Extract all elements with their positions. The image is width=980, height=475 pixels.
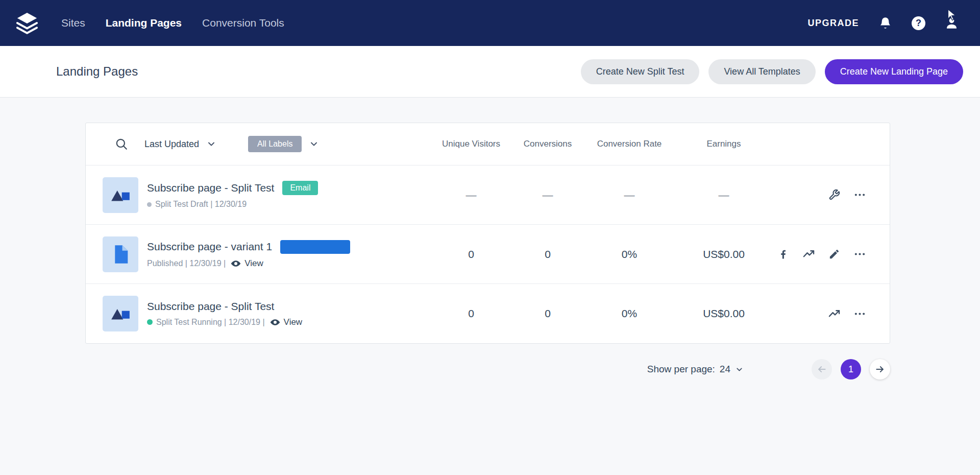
per-page-value: 24 (720, 364, 730, 375)
table-row: Subscribe page - Split Test Email Split … (86, 165, 890, 225)
table-filters: Last Updated All Labels (86, 136, 433, 152)
ellipsis-menu-icon[interactable] (854, 308, 866, 320)
page-thumbnail[interactable] (103, 236, 138, 272)
view-link[interactable]: View (231, 258, 263, 269)
nav-item-landing-pages[interactable]: Landing Pages (106, 17, 182, 29)
ellipsis-menu-icon[interactable] (854, 189, 866, 201)
nav-item-conversion-tools[interactable]: Conversion Tools (202, 17, 284, 29)
stat-conversion-rate: 0% (586, 248, 673, 260)
page-thumbnail[interactable] (103, 296, 138, 331)
row-meta: Published | 12/30/19 | View (147, 258, 350, 269)
status-text: Split Test Running | 12/30/19 | (156, 318, 265, 327)
stat-conversion-rate: — (586, 189, 673, 201)
row-main-cell: Subscribe page - Split Test Email Split … (86, 177, 433, 213)
notifications-bell-icon[interactable] (878, 16, 892, 30)
column-header-conversions: Conversions (509, 139, 586, 149)
eye-icon (231, 258, 241, 269)
split-test-thumbnail-icon (108, 182, 133, 208)
eye-icon (270, 317, 280, 327)
view-label: View (284, 317, 303, 327)
table-row: Subscribe page - variant 1 Published | 1… (86, 225, 890, 284)
wrench-icon[interactable] (828, 189, 840, 201)
row-meta: Split Test Draft | 12/30/19 (147, 200, 318, 209)
chevron-down-icon (309, 139, 319, 149)
table-footer: Show per page: 24 1 (85, 359, 890, 379)
row-main-cell: Subscribe page - variant 1 Published | 1… (86, 236, 433, 272)
edit-pencil-icon[interactable] (828, 248, 840, 260)
facebook-icon[interactable] (777, 248, 789, 260)
stat-unique-visitors: 0 (433, 248, 509, 260)
stat-conversions: 0 (509, 307, 586, 320)
top-navbar: Sites Landing Pages Conversion Tools UPG… (0, 0, 980, 46)
nav-item-sites[interactable]: Sites (61, 17, 85, 29)
row-main-cell: Subscribe page - Split Test Split Test R… (86, 296, 433, 331)
column-header-unique-visitors: Unique Visitors (433, 139, 509, 149)
landing-pages-table: Last Updated All Labels Unique Visitors … (85, 123, 890, 344)
stat-earnings: — (673, 189, 775, 201)
split-test-thumbnail-icon (108, 301, 133, 326)
previous-page-button[interactable] (812, 359, 832, 379)
chevron-down-icon (206, 139, 216, 149)
status-dot-draft (147, 202, 152, 207)
pagination: 1 (812, 359, 890, 379)
view-all-templates-button[interactable]: View All Templates (708, 59, 815, 84)
header-actions: Create New Split Test View All Templates… (581, 59, 963, 84)
row-actions (775, 248, 890, 260)
label-badge-email[interactable]: Email (282, 181, 318, 195)
document-thumbnail-icon (108, 242, 133, 267)
stat-unique-visitors: 0 (433, 307, 509, 320)
search-icon[interactable] (115, 137, 128, 151)
upgrade-link[interactable]: UPGRADE (807, 18, 859, 29)
row-meta: Split Test Running | 12/30/19 | View (147, 317, 302, 327)
column-header-conversion-rate: Conversion Rate (586, 139, 673, 149)
row-text: Subscribe page - Split Test Split Test R… (147, 300, 302, 327)
status-text: Split Test Draft | 12/30/19 (155, 200, 247, 209)
page-header: Landing Pages Create New Split Test View… (0, 46, 980, 98)
stat-unique-visitors: — (433, 189, 509, 201)
row-actions (775, 189, 890, 201)
table-row: Subscribe page - Split Test Split Test R… (86, 284, 890, 343)
stat-conversion-rate: 0% (586, 307, 673, 320)
row-text: Subscribe page - variant 1 Published | 1… (147, 240, 350, 269)
status-text: Published | 12/30/19 | (147, 259, 226, 268)
table-header-row: Last Updated All Labels Unique Visitors … (86, 123, 890, 165)
next-page-button[interactable] (870, 359, 890, 379)
labels-filter-dropdown[interactable]: All Labels (248, 136, 319, 152)
arrow-left-icon (817, 364, 827, 374)
page-title: Landing Pages (56, 64, 138, 79)
navbar-right: UPGRADE ? (807, 16, 959, 30)
page-title-link[interactable]: Subscribe page - Split Test (147, 182, 274, 194)
stat-earnings: US$0.00 (673, 307, 775, 320)
label-badge-blank[interactable] (280, 240, 350, 254)
layers-icon (15, 11, 39, 35)
primary-nav: Sites Landing Pages Conversion Tools (61, 17, 284, 29)
view-link[interactable]: View (270, 317, 303, 327)
per-page-dropdown[interactable]: Show per page: 24 (647, 364, 744, 375)
create-split-test-button[interactable]: Create New Split Test (581, 59, 700, 84)
stat-conversions: — (509, 189, 586, 201)
row-text: Subscribe page - Split Test Email Split … (147, 181, 318, 209)
stat-conversions: 0 (509, 248, 586, 260)
page-thumbnail[interactable] (103, 177, 138, 213)
brand-logo[interactable] (15, 11, 39, 35)
status-dot-running (147, 319, 153, 325)
analytics-trend-icon[interactable] (803, 248, 815, 260)
chevron-down-icon (735, 365, 744, 374)
create-landing-page-button[interactable]: Create New Landing Page (825, 59, 963, 84)
view-label: View (244, 258, 263, 269)
column-header-earnings: Earnings (673, 139, 775, 149)
labels-filter-value: All Labels (248, 136, 302, 152)
stat-earnings: US$0.00 (673, 248, 775, 260)
page-number-button[interactable]: 1 (841, 359, 861, 379)
page-title-link[interactable]: Subscribe page - Split Test (147, 300, 274, 313)
account-person-icon[interactable] (945, 16, 959, 30)
analytics-trend-icon[interactable] (828, 308, 840, 320)
page-title-link[interactable]: Subscribe page - variant 1 (147, 241, 272, 253)
per-page-label: Show per page: (647, 364, 715, 375)
ellipsis-menu-icon[interactable] (854, 248, 866, 260)
help-icon[interactable]: ? (912, 16, 925, 30)
arrow-right-icon (875, 364, 885, 374)
sort-dropdown[interactable]: Last Updated (144, 139, 216, 150)
row-actions (775, 308, 890, 320)
sort-dropdown-value: Last Updated (144, 139, 199, 150)
